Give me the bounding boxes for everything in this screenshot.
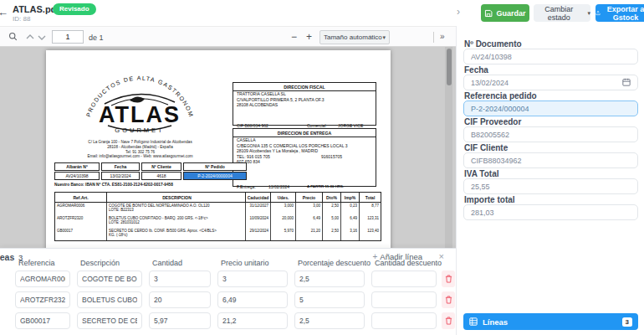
trash-icon (445, 275, 452, 283)
item-description: COGOTE DE BONITO DEL NORTELAMINADO A.O. … (107, 203, 246, 215)
item-total: 8,77 (360, 203, 381, 215)
items-row: GB00017 SECRETO DE CERDO Ib. CONF. B/500… (55, 228, 381, 240)
field-label-fecha: Fecha (464, 65, 488, 75)
app-header: ← ATLAS.pdf Revisado ID: 88 › Guardar Ca… (0, 0, 644, 26)
line-precio-input[interactable] (217, 312, 288, 329)
line-porcentaje-input[interactable] (294, 291, 365, 308)
supplier-address-block: C/ La Granja 100 - Nave 7 Polígono Indus… (59, 140, 222, 159)
line-precio-input[interactable] (217, 271, 288, 287)
export-icon (595, 9, 601, 17)
item-imp: 6,49 (341, 215, 360, 228)
item-unidades: 3,000 (271, 203, 296, 215)
table-icon (469, 317, 478, 326)
delete-line-button[interactable] (442, 312, 455, 329)
albaran-header-table: Albarán Nº Fecha Nº Cliente Nº Pedido AV… (54, 162, 247, 180)
atlas-gourmet-logo: PRODUCTOS DE ALTA GASTRONOMIA ATLAS GOUR… (64, 64, 215, 141)
item-description: BOLETUS CUBO CONFITADO - BARQ. 200 GRS. … (107, 215, 246, 228)
line-cantidad-input[interactable] (149, 291, 211, 308)
albaran-col-header: Nº Cliente (141, 162, 181, 171)
field-label-referencia-pedido: Referencia pedido (464, 91, 537, 100)
field-input-cif-cliente[interactable] (463, 152, 638, 168)
lines-col-header-cantidad-desc: Cantidad descuento (375, 259, 442, 267)
save-icon (484, 9, 493, 18)
item-caducidad: 29/12/2024 (246, 228, 271, 240)
collapse-chevron-icon[interactable]: › (457, 6, 460, 18)
item-lote-line: LOTE: 281031012 (109, 220, 245, 224)
invoice-items-table: Ref.Art. DESCRIPCION Caducidad Udes. Pre… (54, 192, 381, 241)
lines-col-header-descripcion: Descripción (80, 259, 120, 267)
chevron-up-icon[interactable] (26, 34, 34, 40)
field-input-referencia-pedido[interactable] (463, 100, 638, 116)
lines-col-header-porcentaje: Porcentaje descuento (298, 259, 371, 267)
line-referencia-input[interactable] (15, 291, 70, 308)
albaran-client-number: 4618 (141, 172, 181, 180)
lineas-button-label: Líneas (483, 317, 508, 327)
delete-line-button[interactable] (442, 291, 455, 308)
line-porcentaje-input[interactable] (294, 312, 365, 329)
toolbar-divider (433, 32, 434, 43)
delivery-tel-2: 916015705 (321, 154, 342, 160)
delivery-city: 28109 Alcobendas Y La Moraleja , MADRID (233, 148, 376, 154)
line-cantidad-input[interactable] (149, 312, 211, 329)
save-button[interactable]: Guardar (481, 4, 529, 22)
line-referencia-input[interactable] (15, 312, 70, 329)
items-col-header: DESCRIPCION (107, 193, 246, 202)
line-descripcion-input[interactable] (77, 312, 142, 329)
items-col-header: Dto% (323, 193, 341, 202)
export-gstock-button[interactable]: Exportar a Gstock (595, 4, 644, 22)
document-id: ID: 88 (13, 15, 30, 23)
line-cantidad-desc-input[interactable] (371, 312, 437, 329)
item-ref: GB00017 (55, 228, 107, 240)
trash-icon (445, 317, 452, 325)
zoom-out-button[interactable]: − (291, 31, 297, 43)
extracted-fields-sidebar: Nº Documento Fecha Referencia pedido CIF… (456, 25, 644, 335)
lines-panel-title: Líneas (0, 252, 14, 262)
line-cantidad-desc-input[interactable] (371, 271, 437, 287)
page-number-input[interactable] (52, 30, 84, 44)
zoom-in-button[interactable]: + (306, 31, 312, 43)
back-arrow-icon[interactable]: ← (0, 6, 8, 18)
line-cantidad-input[interactable] (149, 271, 211, 287)
line-descripcion-input[interactable] (77, 291, 142, 308)
select-caret-icon: ▾ (382, 34, 386, 41)
field-input-iva-total[interactable] (463, 178, 638, 194)
pdf-page: PRODUCTOS DE ALTA GASTRONOMIA ATLAS GOUR… (46, 50, 391, 248)
zoom-level-select[interactable]: Tamaño automático ▾ (319, 30, 390, 44)
line-referencia-input[interactable] (15, 271, 70, 287)
pdf-toolbar: de 1 − + Tamaño automático ▾ » (0, 26, 456, 47)
export-gstock-label: Exportar a Gstock (604, 5, 644, 22)
item-total: 123,31 (360, 215, 381, 228)
item-caducidad: 31/12/2027 (246, 203, 271, 215)
item-dto: 2,50 (323, 228, 341, 240)
items-col-header: Caducidad (246, 193, 271, 202)
scrollbar-thumb[interactable] (447, 49, 452, 85)
line-porcentaje-input[interactable] (294, 271, 365, 287)
item-ref: AROTZFR2320 (55, 215, 107, 228)
line-descripcion-input[interactable] (77, 271, 142, 287)
toolbar-expand-icon[interactable]: » (440, 32, 445, 41)
chevron-down-icon[interactable] (38, 34, 46, 41)
field-input-num-documento[interactable] (463, 49, 638, 64)
calendar-icon[interactable] (622, 78, 631, 86)
albaran-col-header: Fecha (101, 162, 140, 171)
field-label-iva-total: IVA Total (464, 169, 498, 178)
items-col-header: Udes. (271, 193, 296, 202)
item-dto: 5,00 (323, 215, 341, 228)
viewer-scrollbar[interactable] (445, 47, 452, 248)
field-input-cif-proveedor[interactable] (463, 126, 638, 142)
field-label-num-documento: Nº Documento (464, 39, 522, 49)
search-icon[interactable] (8, 32, 18, 41)
item-imp: 0,23 (341, 203, 360, 215)
item-precio: 3,00 (296, 203, 323, 215)
field-input-fecha[interactable] (463, 75, 638, 90)
lineas-toggle-button[interactable]: Líneas 3 (463, 313, 638, 330)
delete-line-button[interactable] (442, 271, 455, 287)
line-cantidad-desc-input[interactable] (371, 291, 437, 308)
field-label-cif-proveedor: CIF Proveedor (464, 117, 521, 126)
status-badge: Revisado (53, 3, 96, 15)
field-input-importe-total[interactable] (463, 204, 638, 220)
change-state-button[interactable]: Cambiar estado ▾ (534, 4, 590, 22)
item-precio: 21,20 (296, 228, 323, 240)
lineas-count-badge: 3 (622, 317, 632, 327)
line-precio-input[interactable] (217, 291, 288, 308)
